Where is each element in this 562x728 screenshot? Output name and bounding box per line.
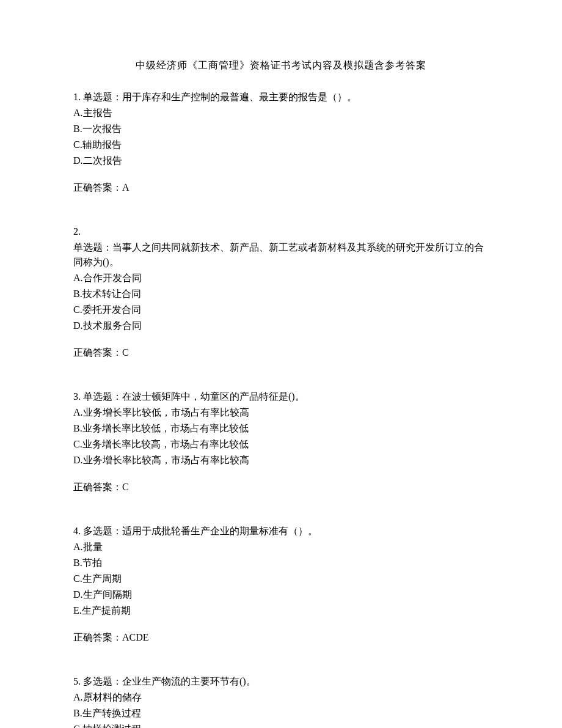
question-5: 5. 多选题：企业生产物流的主要环节有()。 A.原材料的储存 B.生产转换过程…	[73, 674, 489, 728]
question-content: 多选题：企业生产物流的主要环节有()。	[83, 676, 256, 686]
question-2: 2. 单选题：当事人之间共同就新技术、新产品、新工艺或者新材料及其系统的研究开发…	[73, 224, 489, 360]
question-stem: 4. 多选题：适用于成批轮番生产企业的期量标准有（）。	[73, 524, 489, 539]
question-content: 单选题：用于库存和生产控制的最普遍、最主要的报告是（）。	[83, 92, 357, 102]
question-3: 3. 单选题：在波士顿矩阵中，幼童区的产品特征是()。 A.业务增长率比较低，市…	[73, 389, 489, 495]
option-a: A.批量	[73, 540, 489, 554]
option-e: E.生产提前期	[73, 603, 489, 618]
option-b: B.技术转让合同	[73, 287, 489, 301]
answer: 正确答案：C	[73, 480, 489, 495]
question-content: 多选题：适用于成批轮番生产企业的期量标准有（）。	[83, 526, 318, 536]
question-stem: 单选题：当事人之间共同就新技术、新产品、新工艺或者新材料及其系统的研究开发所订立…	[73, 240, 489, 270]
option-b: B.业务增长率比较低，市场占有率比较低	[73, 421, 489, 436]
answer: 正确答案：C	[73, 345, 489, 360]
question-number: 5.	[73, 676, 83, 686]
question-1: 1. 单选题：用于库存和生产控制的最普遍、最主要的报告是（）。 A.主报告 B.…	[73, 90, 489, 195]
option-a: A.主报告	[73, 106, 489, 120]
option-c: C.辅助报告	[73, 138, 489, 152]
answer: 正确答案：A	[73, 180, 489, 195]
question-number: 1.	[73, 92, 83, 102]
option-b: B.生产转换过程	[73, 706, 489, 721]
option-c: C.业务增长率比较高，市场占有率比较低	[73, 437, 489, 452]
option-d: D.二次报告	[73, 153, 489, 168]
option-a: A.合作开发合同	[73, 271, 489, 285]
option-c: C.抽样检测过程	[73, 722, 489, 728]
option-d: D.技术服务合同	[73, 318, 489, 333]
option-c: C.委托开发合同	[73, 303, 489, 317]
option-d: D.生产间隔期	[73, 587, 489, 602]
option-a: A.原材料的储存	[73, 690, 489, 705]
question-number: 4.	[73, 526, 83, 536]
question-stem: 3. 单选题：在波士顿矩阵中，幼童区的产品特征是()。	[73, 389, 489, 404]
question-4: 4. 多选题：适用于成批轮番生产企业的期量标准有（）。 A.批量 B.节拍 C.…	[73, 524, 489, 645]
option-b: B.一次报告	[73, 122, 489, 136]
question-number: 3.	[73, 391, 83, 402]
option-c: C.生产周期	[73, 572, 489, 586]
option-d: D.业务增长率比较高，市场占有率比较高	[73, 453, 489, 468]
question-number: 2.	[73, 224, 489, 239]
question-stem: 1. 单选题：用于库存和生产控制的最普遍、最主要的报告是（）。	[73, 90, 489, 105]
answer: 正确答案：ACDE	[73, 630, 489, 645]
option-a: A.业务增长率比较低，市场占有率比较高	[73, 405, 489, 420]
option-b: B.节拍	[73, 556, 489, 570]
question-content: 单选题：在波士顿矩阵中，幼童区的产品特征是()。	[83, 391, 305, 402]
question-stem: 5. 多选题：企业生产物流的主要环节有()。	[73, 674, 489, 689]
document-title: 中级经济师《工商管理》资格证书考试内容及模拟题含参考答案	[73, 58, 489, 73]
